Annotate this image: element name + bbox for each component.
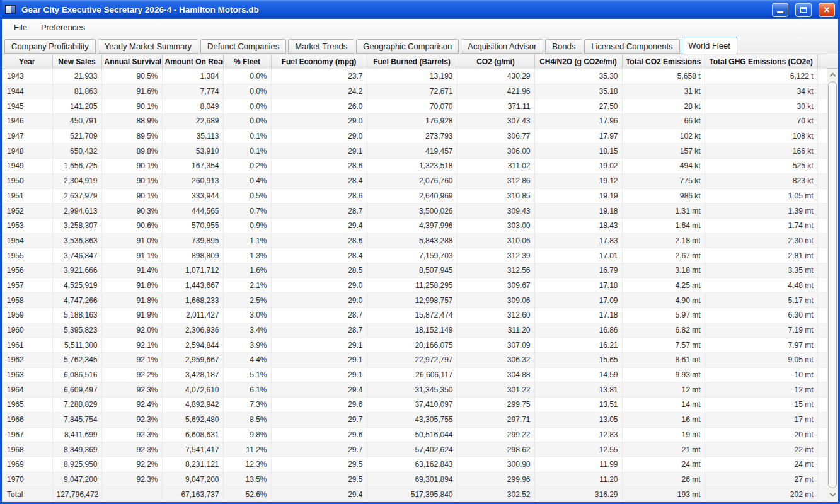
cell-amount-on-road: 4,072,610 [162, 382, 223, 398]
table-row-1963[interactable]: 19636,086,51692.2%3,428,1875.1%29.126,60… [2, 367, 827, 382]
table-row-1968[interactable]: 19688,849,36992.3%7,541,41711.2%29.757,4… [2, 442, 827, 457]
table-row-1967[interactable]: 19678,411,69992.3%6,608,6319.8%29.650,51… [2, 427, 827, 442]
cell-fleet: 1.1% [223, 233, 271, 248]
column-header-fuel-economy-mpg[interactable]: Fuel Economy (mpg) [271, 54, 367, 69]
cell-ch4-n2o-g-co2e-mi: 35.30 [534, 69, 622, 84]
cell-fleet: 0.0% [223, 114, 271, 129]
table-row-1954[interactable]: 19543,536,86391.0%739,8951.1%28.65,843,2… [2, 233, 827, 248]
cell-fuel-economy-mpg: 29.1 [271, 353, 367, 368]
tab-licensed-components[interactable]: Licensed Components [584, 39, 679, 54]
tab-yearly-market-summary[interactable]: Yearly Market Summary [98, 39, 198, 54]
cell-fuel-economy-mpg: 28.6 [271, 159, 367, 174]
cell-ch4-n2o-g-co2e-mi: 16.79 [534, 263, 622, 278]
table-row-1961[interactable]: 19615,511,30092.1%2,594,8443.9%29.120,16… [2, 338, 827, 353]
table-row-1960[interactable]: 19605,395,82392.0%2,306,9363.4%28.718,15… [2, 323, 827, 338]
table-row-1948[interactable]: 1948650,43289.8%53,9100.1%29.1419,457306… [2, 144, 827, 159]
table-row-1943[interactable]: 194321,93390.5%1,3840.0%23.713,193430.29… [2, 69, 827, 84]
column-header-total-co2-emissions[interactable]: Total CO2 Emissions [622, 54, 705, 69]
minimize-icon [777, 11, 783, 13]
table-row-1957[interactable]: 19574,525,91991.8%1,443,6672.1%29.011,25… [2, 278, 827, 293]
table-row-1970[interactable]: 19709,047,20092.3%9,047,20013.5%29.569,3… [2, 472, 827, 487]
tab-geographic-comparison[interactable]: Geographic Comparison [356, 39, 459, 54]
table-row-1966[interactable]: 19667,845,75492.3%5,692,4808.5%29.743,30… [2, 412, 827, 427]
cell-fleet: 0.1% [223, 129, 271, 144]
tab-world-fleet[interactable]: World Fleet [682, 37, 737, 54]
column-header-co2-g-mi[interactable]: CO2 (g/mi) [457, 54, 534, 69]
table-row-1947[interactable]: 1947521,70989.5%35,1130.1%29.0273,793306… [2, 129, 827, 144]
table-row-1953[interactable]: 19533,258,30790.6%570,9550.9%29.44,397,9… [2, 218, 827, 233]
cell-fuel-burned-barrels: 8,507,945 [367, 263, 457, 278]
app-icon [5, 5, 16, 14]
table-row-1955[interactable]: 19553,746,84791.1%898,8091.3%28.47,159,7… [2, 248, 827, 263]
column-header-year[interactable]: Year [2, 54, 52, 69]
table-row-1945[interactable]: 1945141,20590.1%8,0490.0%26.070,070371.1… [2, 99, 827, 114]
table-row-1946[interactable]: 1946450,79188.9%22,6890.0%29.0176,928307… [2, 114, 827, 129]
cell-ch4-n2o-g-co2e-mi: 18.43 [534, 218, 622, 233]
menu-item-preferences[interactable]: Preferences [34, 19, 92, 36]
cell-new-sales: 2,637,979 [52, 188, 101, 203]
vertical-scrollbar[interactable] [827, 54, 838, 502]
cell-total-co2-emissions: 66 kt [622, 114, 705, 129]
tab-acquisition-advisor[interactable]: Acquisition Advisor [461, 39, 543, 54]
cell-amount-on-road: 333,944 [162, 188, 223, 203]
tab-company-profitability[interactable]: Company Profitability [4, 39, 96, 54]
table-row-1962[interactable]: 19625,762,34592.1%2,959,6674.4%29.122,97… [2, 353, 827, 368]
cell-amount-on-road: 8,049 [162, 99, 223, 114]
cell-total-ghg-emissions-co2e: 4.48 mt [705, 278, 817, 293]
table-row-1965[interactable]: 19657,288,82992.4%4,892,9427.3%29.637,41… [2, 398, 827, 413]
world-fleet-table-area: YearNew SalesAnnual SurvivalAmount On Ro… [2, 54, 838, 502]
year-cell: 1969 [2, 457, 52, 472]
cell-total-co2-emissions: 7.57 mt [622, 338, 705, 353]
scrollbar-thumb[interactable] [828, 81, 837, 488]
column-header-new-sales[interactable]: New Sales [52, 54, 101, 69]
cell-fuel-economy-mpg: 28.4 [271, 173, 367, 188]
column-header-fuel-burned-barrels[interactable]: Fuel Burned (Barrels) [367, 54, 457, 69]
cell-amount-on-road: 2,594,844 [162, 338, 223, 353]
cell-amount-on-road: 9,047,200 [162, 472, 223, 487]
cell-co2-g-mi: 304.88 [457, 367, 534, 382]
cell-new-sales: 81,863 [52, 84, 101, 99]
cell-total-ghg-emissions-co2e: 2.81 mt [705, 248, 817, 263]
scrollbar-header-cap [827, 54, 838, 69]
table-row-1964[interactable]: 19646,609,49792.3%4,072,6106.1%29.431,34… [2, 382, 827, 398]
column-header-ch4-n2o-g-co2e-mi[interactable]: CH4/N2O (g CO2e/mi) [534, 54, 622, 69]
table-row-1944[interactable]: 194481,86391.6%7,7740.0%24.272,671421.96… [2, 84, 827, 99]
cell-annual-survival: 90.1% [101, 159, 162, 174]
table-row-1958[interactable]: 19584,747,26691.8%1,668,2332.5%29.012,99… [2, 293, 827, 308]
cell-ch4-n2o-g-co2e-mi: 11.20 [534, 472, 622, 487]
minimize-button[interactable] [772, 3, 788, 17]
table-row-1952[interactable]: 19522,994,61390.3%444,5650.7%28.73,500,0… [2, 203, 827, 219]
maximize-button[interactable] [795, 3, 812, 17]
table-row-1949[interactable]: 19491,656,72590.1%167,3540.2%28.61,323,5… [2, 159, 827, 174]
cell-total-ghg-emissions-co2e: 5.17 mt [705, 293, 817, 308]
table-row-1956[interactable]: 19563,921,66691.4%1,071,7121.6%28.58,507… [2, 263, 827, 278]
column-header-fleet[interactable]: % Fleet [223, 54, 271, 69]
cell-co2-g-mi: 371.11 [457, 99, 534, 114]
column-header-annual-survival[interactable]: Annual Survival [101, 54, 162, 69]
cell-fuel-economy-mpg: 28.5 [271, 263, 367, 278]
tab-defunct-companies[interactable]: Defunct Companies [200, 39, 286, 54]
cell-total-co2-emissions: 26 mt [622, 472, 705, 487]
table-row-1959[interactable]: 19595,188,16391.9%2,011,4273.0%28.715,87… [2, 308, 827, 323]
table-row-1969[interactable]: 19698,925,95092.2%8,231,12112.3%29.563,1… [2, 457, 827, 472]
close-button[interactable]: ✕ [819, 3, 835, 17]
scrollbar-up-button[interactable] [827, 69, 838, 79]
cell-fuel-burned-barrels: 273,793 [367, 129, 457, 144]
cell-fleet: 0.7% [223, 203, 271, 219]
table-row-1951[interactable]: 19512,637,97990.1%333,9440.5%28.62,640,9… [2, 188, 827, 203]
cell-total-ghg-emissions-co2e: 525 kt [705, 159, 817, 174]
table-row-total[interactable]: Total127,796,47267,163,73752.6%29.4517,3… [2, 487, 827, 502]
table-row-1950[interactable]: 19502,304,91990.1%260,9130.4%28.42,076,7… [2, 173, 827, 188]
cell-new-sales: 8,925,950 [52, 457, 101, 472]
tab-bonds[interactable]: Bonds [545, 39, 582, 54]
cell-total-ghg-emissions-co2e: 22 mt [705, 442, 817, 457]
menu-item-file[interactable]: File [7, 19, 34, 36]
tab-market-trends[interactable]: Market Trends [288, 39, 354, 54]
column-header-amount-on-road[interactable]: Amount On Road [162, 54, 223, 69]
title-bar[interactable]: Gear City Executive Secretary 2026-4 - H… [0, 0, 840, 19]
cell-filler [817, 308, 827, 323]
column-header-total-ghg-emissions-co2e[interactable]: Total GHG Emissions (CO2e) [705, 54, 817, 69]
scrollbar-down-button[interactable] [827, 490, 838, 501]
cell-total-ghg-emissions-co2e: 166 kt [705, 144, 817, 159]
cell-fuel-burned-barrels: 26,606,117 [367, 367, 457, 382]
